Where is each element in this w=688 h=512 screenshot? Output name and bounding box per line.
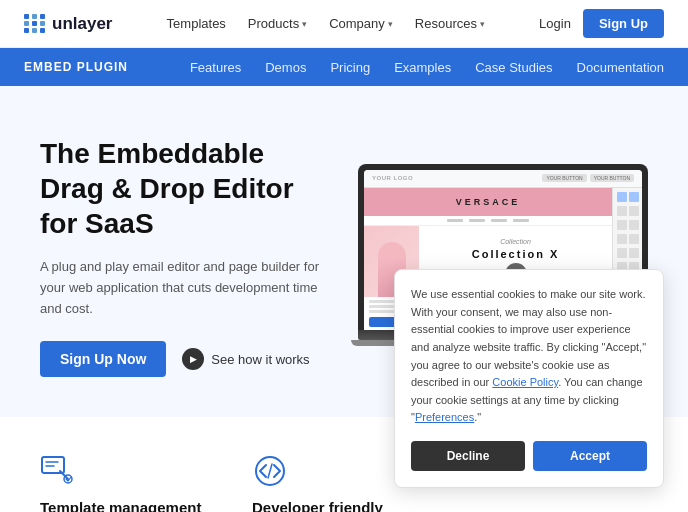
accept-button[interactable]: Accept bbox=[533, 441, 647, 471]
feature-template-management: Template management Templates are pre-bu… bbox=[40, 453, 224, 512]
hero-signup-button[interactable]: Sign Up Now bbox=[40, 341, 166, 377]
chevron-icon: ▾ bbox=[480, 19, 485, 29]
sub-nav-features[interactable]: Features bbox=[190, 59, 241, 75]
chevron-icon: ▾ bbox=[388, 19, 393, 29]
sub-navigation: EMBED PLUGIN Features Demos Pricing Exam… bbox=[0, 48, 688, 86]
nav-actions: Login Sign Up bbox=[539, 9, 664, 38]
top-navigation: unlayer Templates Products ▾ Company ▾ R… bbox=[0, 0, 688, 48]
play-icon: ▶ bbox=[182, 348, 204, 370]
screen-topbar: YOUR LOGO YOUR BUTTON YOUR BUTTON bbox=[364, 170, 642, 188]
sub-nav-documentation[interactable]: Documentation bbox=[577, 59, 664, 75]
cookie-actions: Decline Accept bbox=[411, 441, 647, 471]
sub-nav-case-studies[interactable]: Case Studies bbox=[475, 59, 552, 75]
developer-icon bbox=[252, 453, 288, 489]
screen-collection-title: Collection X bbox=[472, 248, 560, 260]
screen-logo: YOUR LOGO bbox=[372, 175, 413, 181]
how-it-works-button[interactable]: ▶ See how it works bbox=[182, 348, 309, 370]
cookie-policy-link[interactable]: Cookie Policy bbox=[492, 376, 558, 388]
hero-text-block: The Embeddable Drag & Drop Editor for Sa… bbox=[40, 136, 326, 377]
logo[interactable]: unlayer bbox=[24, 14, 112, 34]
sub-nav-pricing[interactable]: Pricing bbox=[330, 59, 370, 75]
screen-italic-text: Collection bbox=[500, 238, 531, 245]
preferences-link[interactable]: Preferences bbox=[415, 411, 474, 423]
sub-nav-brand: EMBED PLUGIN bbox=[24, 60, 128, 74]
cookie-text: We use essential cookies to make our sit… bbox=[411, 286, 647, 427]
screen-brand-bar: VERSACE bbox=[364, 188, 612, 216]
decline-button[interactable]: Decline bbox=[411, 441, 525, 471]
nav-links: Templates Products ▾ Company ▾ Resources… bbox=[167, 16, 485, 31]
template-icon bbox=[40, 453, 76, 489]
feature-title-2: Developer friendly bbox=[252, 499, 436, 512]
sub-nav-examples[interactable]: Examples bbox=[394, 59, 451, 75]
nav-item-resources[interactable]: Resources ▾ bbox=[415, 16, 485, 31]
hero-actions: Sign Up Now ▶ See how it works bbox=[40, 341, 326, 377]
sub-nav-links: Features Demos Pricing Examples Case Stu… bbox=[190, 59, 664, 75]
logo-text: unlayer bbox=[52, 14, 112, 34]
logo-icon bbox=[24, 14, 46, 33]
screen-buttons: YOUR BUTTON YOUR BUTTON bbox=[542, 174, 634, 182]
nav-item-company[interactable]: Company ▾ bbox=[329, 16, 393, 31]
screen-brand-name: VERSACE bbox=[456, 197, 521, 207]
chevron-icon: ▾ bbox=[302, 19, 307, 29]
screen-button-1: YOUR BUTTON bbox=[542, 174, 586, 182]
nav-item-templates[interactable]: Templates bbox=[167, 16, 226, 31]
feature-title-1: Template management bbox=[40, 499, 224, 512]
screen-nav-mini bbox=[364, 216, 612, 226]
login-button[interactable]: Login bbox=[539, 16, 571, 31]
sub-nav-demos[interactable]: Demos bbox=[265, 59, 306, 75]
hero-title: The Embeddable Drag & Drop Editor for Sa… bbox=[40, 136, 326, 241]
screen-button-2: YOUR BUTTON bbox=[590, 174, 634, 182]
cookie-banner: We use essential cookies to make our sit… bbox=[394, 269, 664, 488]
nav-item-products[interactable]: Products ▾ bbox=[248, 16, 307, 31]
hero-description: A plug and play email editor and page bu… bbox=[40, 257, 326, 319]
signup-button[interactable]: Sign Up bbox=[583, 9, 664, 38]
